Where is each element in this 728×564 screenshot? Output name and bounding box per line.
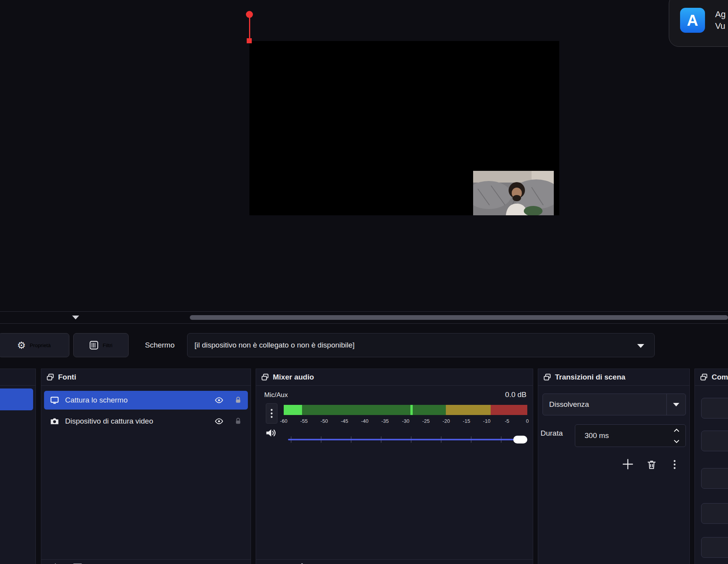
- transitions-panel-title: Transizioni di scena: [555, 373, 626, 381]
- slider-handle[interactable]: [513, 436, 527, 443]
- notification-line-1: Ag: [715, 9, 726, 20]
- dropdown-arrow-section[interactable]: [666, 394, 686, 415]
- meter-tick: -30: [398, 418, 413, 424]
- volume-slider[interactable]: [288, 431, 527, 447]
- chevron-up-icon: [673, 429, 680, 432]
- meter-tick: -45: [337, 418, 352, 424]
- control-button[interactable]: [701, 398, 728, 419]
- duration-spinner[interactable]: 300 ms: [575, 424, 686, 447]
- sources-panel-toolbar: ⚙: [41, 559, 251, 564]
- gear-icon: ⚙: [17, 341, 26, 350]
- transitions-actions: [538, 456, 690, 474]
- mixer-channel-volume: 0.0 dB: [505, 390, 527, 399]
- source-row-screen-capture[interactable]: Cattura lo schermo: [44, 391, 248, 410]
- dock-icon: [700, 373, 708, 381]
- camera-icon: [49, 416, 60, 426]
- device-dropdown-value: [il dispositivo non è collegato o non è …: [194, 341, 355, 349]
- chevron-down-icon: [673, 403, 679, 406]
- control-button[interactable]: [701, 503, 728, 524]
- transition-dropdown-value: Dissolvenza: [549, 400, 589, 409]
- meter-tick: -55: [296, 418, 312, 424]
- trash-icon: [646, 458, 657, 471]
- horizontal-scrollbar[interactable]: [190, 315, 728, 320]
- duration-value: 300 ms: [585, 431, 609, 440]
- control-button[interactable]: [701, 468, 728, 489]
- source-label: Dispositivo di cattura video: [65, 417, 153, 426]
- kebab-icon: [270, 408, 273, 419]
- meter-tick: -35: [377, 418, 393, 424]
- system-notification[interactable]: A Ag Vu: [669, 0, 728, 47]
- properties-button[interactable]: ⚙ Proprietà: [0, 333, 69, 357]
- controls-panel-header: Comandi: [695, 369, 728, 386]
- record-marker-anchor[interactable]: [247, 38, 252, 43]
- meter-tick: 0: [519, 418, 535, 424]
- controls-panel-title: Comandi: [712, 373, 728, 381]
- scenes-panel-header: [0, 369, 35, 386]
- transition-dropdown[interactable]: Dissolvenza: [542, 394, 686, 415]
- preview-canvas[interactable]: [249, 41, 559, 215]
- sources-panel-header: Fonti: [41, 369, 251, 386]
- control-button[interactable]: [701, 431, 728, 451]
- sources-panel: Fonti Cattura lo schermo: [41, 369, 251, 564]
- meter-tick: -10: [479, 418, 495, 424]
- chevron-down-icon: [673, 440, 680, 443]
- properties-label: Proprietà: [30, 342, 51, 348]
- slider-track: [288, 439, 527, 440]
- source-label: Cattura lo schermo: [65, 396, 128, 404]
- speaker-icon: [265, 427, 277, 438]
- spinner-up-button[interactable]: [668, 425, 686, 436]
- sources-panel-title: Fonti: [58, 373, 76, 381]
- obs-main-window: A Ag Vu ⚙ Proprietà Filtri Schermo [il d…: [0, 0, 728, 564]
- mixer-channel-name: Mic/Aux: [264, 391, 288, 399]
- webcam-source[interactable]: [473, 171, 554, 215]
- meter-tick: -5: [499, 418, 515, 424]
- meter-tick: -60: [276, 418, 292, 424]
- source-row-video-capture[interactable]: Dispositivo di cattura video: [44, 412, 248, 431]
- dock-icon: [261, 373, 269, 381]
- plus-icon: [621, 458, 634, 471]
- meter-tick: -40: [357, 418, 373, 424]
- record-marker-line: [249, 17, 250, 39]
- remove-transition-button[interactable]: [644, 457, 659, 472]
- eye-icon[interactable]: [214, 396, 224, 405]
- add-transition-button[interactable]: [619, 456, 636, 473]
- display-icon: [49, 395, 60, 405]
- mute-button[interactable]: [265, 427, 277, 440]
- meter-tick: -50: [316, 418, 332, 424]
- volume-meter: [284, 405, 527, 415]
- transitions-panel: Transizioni di scena Dissolvenza Durata …: [538, 369, 690, 564]
- spinner-down-button[interactable]: [668, 436, 686, 447]
- transitions-panel-header: Transizioni di scena: [538, 369, 689, 386]
- meter-tick: -15: [459, 418, 474, 424]
- meter-tick: -25: [418, 418, 434, 424]
- meter-tick: -20: [438, 418, 454, 424]
- chevron-down-icon: [637, 344, 644, 348]
- duration-label: Durata: [541, 429, 563, 438]
- audio-mixer-panel: Mixer audio Mic/Aux 0.0 dB -60 -55 -50 -…: [256, 369, 533, 564]
- dock-icon: [46, 373, 55, 381]
- preview-scrollbar-row: [0, 311, 728, 324]
- filters-button[interactable]: Filtri: [73, 333, 129, 357]
- mixer-panel-title: Mixer audio: [273, 373, 314, 381]
- scene-item-selected[interactable]: [0, 388, 33, 410]
- webcam-image: [473, 171, 554, 215]
- transition-menu-button[interactable]: [671, 458, 679, 471]
- lock-icon[interactable]: [234, 396, 242, 404]
- appstore-icon: A: [680, 8, 705, 33]
- mixer-panel-header: Mixer audio: [256, 369, 533, 386]
- eye-icon[interactable]: [214, 417, 224, 426]
- device-dropdown[interactable]: [il dispositivo non è collegato o non è …: [187, 333, 655, 357]
- control-button[interactable]: [701, 537, 728, 558]
- filters-label: Filtri: [102, 342, 112, 348]
- filter-icon: [89, 341, 99, 350]
- scenes-panel: [0, 369, 36, 564]
- mixer-panel-toolbar: ⚙: [256, 559, 533, 564]
- dock-icon: [543, 373, 551, 381]
- selected-source-name: Schermo: [137, 333, 182, 357]
- kebab-icon: [673, 459, 676, 470]
- collapse-triangle-icon[interactable]: [72, 316, 79, 319]
- notification-line-2: Vu: [715, 20, 726, 32]
- lock-icon[interactable]: [234, 417, 242, 426]
- controls-panel: Comandi: [694, 369, 728, 564]
